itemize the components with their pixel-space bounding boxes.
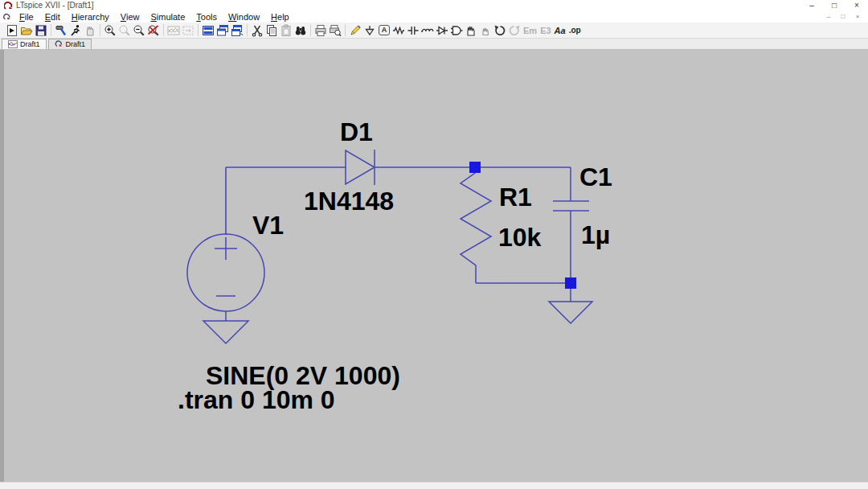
menu-hierarchy[interactable]: Hierarchy xyxy=(66,11,115,23)
toolbar-separator xyxy=(163,24,164,36)
menu-help[interactable]: Help xyxy=(265,11,295,23)
ground-symbol-output[interactable] xyxy=(549,288,592,323)
zoom-full-extents-icon[interactable] xyxy=(146,23,161,38)
menu-simulate[interactable]: Simulate xyxy=(145,11,190,23)
redo-icon[interactable] xyxy=(507,23,522,38)
new-schematic-icon[interactable] xyxy=(5,23,19,38)
print-icon[interactable] xyxy=(313,23,328,38)
text-tool-icon[interactable]: Aa xyxy=(553,23,567,38)
control-panel-icon[interactable] xyxy=(54,23,68,38)
capacitor-ref-label[interactable]: C1 xyxy=(579,164,612,190)
toolbar-separator xyxy=(247,24,248,36)
toolbar-separator xyxy=(310,24,311,36)
paste-icon[interactable] xyxy=(279,23,293,38)
drag-hand-icon[interactable] xyxy=(478,23,493,38)
cut-icon[interactable] xyxy=(250,23,264,38)
undo-icon[interactable] xyxy=(493,23,507,38)
rotate-icon[interactable]: E3 xyxy=(538,23,552,38)
open-file-icon[interactable] xyxy=(19,23,34,38)
net-label-glyph: A xyxy=(379,25,391,35)
run-icon[interactable] xyxy=(68,23,83,38)
node-junction-bottom[interactable] xyxy=(565,277,576,289)
mirror-icon[interactable]: Em xyxy=(522,23,538,38)
capacitor-tool-icon[interactable] xyxy=(406,23,420,38)
maximize-button[interactable]: □ xyxy=(823,0,845,11)
cascade-windows-icon[interactable] xyxy=(215,23,230,38)
menu-view[interactable]: View xyxy=(115,11,145,23)
close-button[interactable]: × xyxy=(845,0,868,11)
component-tool-icon[interactable] xyxy=(449,23,464,38)
voltage-source-v1[interactable] xyxy=(187,234,264,343)
waveform-pane-icon[interactable] xyxy=(166,23,181,38)
spice-directive-icon[interactable]: .op xyxy=(567,23,583,38)
document-tab-bar: Draft1 Draft1 xyxy=(0,39,868,50)
tab-draft1-schematic[interactable]: Draft1 xyxy=(48,39,92,49)
tile-vertical-icon[interactable] xyxy=(230,23,244,38)
resistor-ref-label[interactable]: R1 xyxy=(499,184,532,210)
menu-bar: File Edit Hierarchy View Simulate Tools … xyxy=(0,11,868,23)
doc-minimize-button[interactable]: – xyxy=(821,11,836,23)
diode-d1[interactable] xyxy=(346,150,375,185)
diode-value-label[interactable]: 1N4148 xyxy=(304,188,394,214)
resistor-r1[interactable] xyxy=(461,171,491,283)
copy-icon[interactable] xyxy=(264,23,279,38)
tab-draft1-waveform[interactable]: Draft1 xyxy=(2,39,47,49)
ground-symbol-icon[interactable] xyxy=(362,23,377,38)
menu-file[interactable]: File xyxy=(14,11,39,23)
source-ref-label[interactable]: V1 xyxy=(252,212,284,238)
tab-label: Draft1 xyxy=(66,40,86,48)
schematic-tab-icon xyxy=(55,40,63,48)
toolbar-separator xyxy=(198,24,199,36)
menu-edit[interactable]: Edit xyxy=(39,11,66,23)
window-title: LTspice XVII - [Draft1] xyxy=(16,0,94,11)
zoom-in-icon[interactable] xyxy=(103,23,117,38)
document-swoosh-icon xyxy=(3,13,11,22)
find-icon[interactable] xyxy=(293,23,308,38)
tab-label: Draft1 xyxy=(20,40,40,48)
menu-window[interactable]: Window xyxy=(223,11,265,23)
diode-ref-label[interactable]: D1 xyxy=(340,119,373,145)
wire-pencil-icon[interactable] xyxy=(348,23,362,38)
schematic-drawing xyxy=(0,50,868,482)
capacitor-value-label[interactable]: 1µ xyxy=(581,222,610,248)
title-bar: LTspice XVII - [Draft1] – □ × xyxy=(0,0,868,11)
diode-tool-icon[interactable] xyxy=(435,23,449,38)
zoom-back-icon[interactable] xyxy=(117,23,132,38)
resistor-tool-icon[interactable] xyxy=(391,23,406,38)
menu-tools[interactable]: Tools xyxy=(190,11,223,23)
resistor-value-label[interactable]: 10k xyxy=(498,224,541,250)
status-bar xyxy=(0,482,868,489)
tran-directive-label[interactable]: .tran 0 10m 0 xyxy=(178,387,335,413)
autorange-icon[interactable] xyxy=(181,23,195,38)
doc-restore-button[interactable]: □ xyxy=(836,11,850,23)
ground-symbol-v1[interactable] xyxy=(203,321,248,343)
tile-horizontal-icon[interactable] xyxy=(201,23,215,38)
move-hand-icon[interactable] xyxy=(464,23,478,38)
print-preview-icon[interactable] xyxy=(328,23,342,38)
inductor-tool-icon[interactable] xyxy=(420,23,435,38)
save-icon[interactable] xyxy=(34,23,48,38)
minimize-button[interactable]: – xyxy=(800,0,823,11)
plus-sign xyxy=(215,237,237,260)
waveform-tab-icon xyxy=(8,40,18,48)
toolbar-separator xyxy=(51,24,51,36)
schematic-canvas[interactable]: D1 1N4148 V1 R1 10k C1 1µ SINE(0 2V 1000… xyxy=(0,50,868,482)
node-junction-top[interactable] xyxy=(469,162,481,173)
net-label-icon[interactable]: A xyxy=(377,23,391,38)
doc-close-button[interactable]: × xyxy=(850,11,865,23)
zoom-out-icon[interactable] xyxy=(132,23,146,38)
window-controls: – □ × xyxy=(800,0,868,11)
ltspice-app-icon xyxy=(4,2,13,10)
document-window-controls: – □ × xyxy=(821,11,865,23)
toolbar: A Em E3 Aa .op xyxy=(0,23,868,39)
pause-icon[interactable] xyxy=(83,23,97,38)
toolbar-separator xyxy=(100,24,100,36)
toolbar-separator xyxy=(345,24,346,36)
